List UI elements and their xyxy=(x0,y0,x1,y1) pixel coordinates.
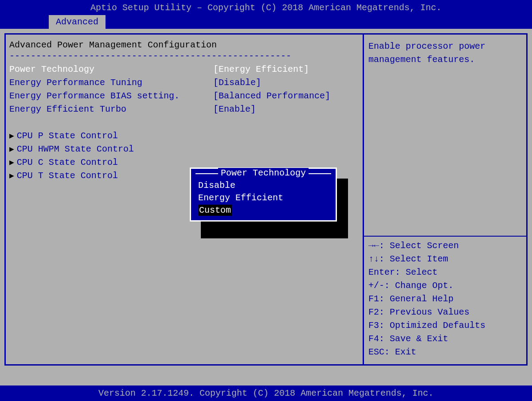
content-area: Advanced Power Management Configuration … xyxy=(0,29,532,370)
setting-label: Energy Performance BIAS setting. xyxy=(9,90,213,103)
help-panel: Enable processor power management featur… xyxy=(363,33,528,366)
shortcut-optimized-defaults: F3: Optimized Defaults xyxy=(368,319,522,332)
shortcut-select-item: ↑↓: Select Item xyxy=(368,253,522,266)
chevron-right-icon: ▶ xyxy=(9,156,14,169)
shortcut-select-screen: →←: Select Screen xyxy=(368,239,522,253)
shortcut-save-exit: F4: Save & Exit xyxy=(368,332,522,346)
setting-energy-perf-tuning[interactable]: Energy Performance Tuning [Disable] xyxy=(9,76,359,90)
main-panel: Advanced Power Management Configuration … xyxy=(4,33,363,366)
setting-label: Energy Efficient Turbo xyxy=(9,103,213,116)
setting-value: [Disable] xyxy=(213,76,261,90)
tab-bar: Advanced xyxy=(0,16,532,29)
footer-text: Version 2.17.1249. Copyright (C) 2018 Am… xyxy=(0,385,532,401)
shortcut-exit: ESC: Exit xyxy=(368,346,522,359)
popup-title-text: Power Technology xyxy=(218,168,309,178)
chevron-right-icon: ▶ xyxy=(9,129,14,143)
chevron-right-icon: ▶ xyxy=(9,143,14,156)
setting-label: Energy Performance Tuning xyxy=(9,76,213,90)
submenu-cpu-hwpm-state[interactable]: ▶ CPU HWPM State Control xyxy=(9,143,359,156)
chevron-right-icon: ▶ xyxy=(9,169,14,183)
setting-power-technology[interactable]: Power Technology [Energy Efficient] xyxy=(9,63,359,76)
submenu-label: CPU P State Control xyxy=(17,129,118,143)
setting-value: [Balanced Performance] xyxy=(213,90,330,103)
section-title: Advanced Power Management Configuration xyxy=(9,40,359,50)
shortcut-change-opt: +/-: Change Opt. xyxy=(368,279,522,292)
popup-title: Power Technology xyxy=(191,171,336,179)
shortcut-general-help: F1: General Help xyxy=(368,292,522,306)
submenu-label: CPU C State Control xyxy=(17,156,118,169)
submenu-label: CPU HWPM State Control xyxy=(17,143,134,156)
shortcuts-panel: →←: Select Screen ↑↓: Select Item Enter:… xyxy=(368,233,522,359)
popup-option-disable[interactable]: Disable xyxy=(191,179,336,192)
setting-energy-perf-bias[interactable]: Energy Performance BIAS setting. [Balanc… xyxy=(9,90,359,103)
header-title: Aptio Setup Utility – Copyright (C) 2018… xyxy=(0,0,532,16)
submenu-label: CPU T State Control xyxy=(17,169,118,183)
setting-value: [Energy Efficient] xyxy=(213,63,309,76)
setting-label: Power Technology xyxy=(9,63,213,76)
setting-value: [Enable] xyxy=(213,103,256,116)
divider: ----------------------------------------… xyxy=(9,51,359,61)
help-text: Enable processor power management featur… xyxy=(368,40,522,66)
popup-power-technology: Power Technology Disable Energy Efficien… xyxy=(190,167,337,222)
shortcut-previous-values: F2: Previous Values xyxy=(368,306,522,319)
divider xyxy=(364,236,526,237)
submenu-cpu-p-state[interactable]: ▶ CPU P State Control xyxy=(9,129,359,143)
setting-energy-efficient-turbo[interactable]: Energy Efficient Turbo [Enable] xyxy=(9,103,359,116)
popup-option-energy-efficient[interactable]: Energy Efficient xyxy=(191,192,336,204)
spacer xyxy=(9,116,359,129)
popup-option-custom[interactable]: Custom xyxy=(191,204,336,217)
tab-advanced[interactable]: Advanced xyxy=(49,15,106,29)
shortcut-select: Enter: Select xyxy=(368,266,522,279)
